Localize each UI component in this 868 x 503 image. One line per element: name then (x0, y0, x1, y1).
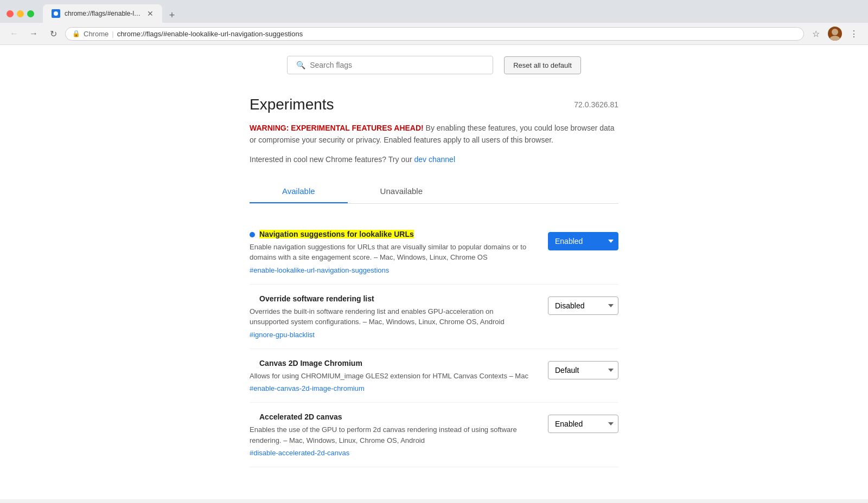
flag-anchor[interactable]: #enable-lookalike-url-navigation-suggest… (250, 266, 532, 274)
back-button[interactable]: ← (7, 26, 22, 41)
menu-button[interactable]: ⋮ (846, 26, 861, 41)
flag-anchor[interactable]: #disable-accelerated-2d-canvas (250, 449, 532, 457)
tab-favicon (52, 9, 60, 18)
flag-info: Override software rendering list Overrid… (250, 294, 532, 339)
flags-list: Navigation suggestions for lookalike URL… (250, 220, 618, 468)
version-number: 72.0.3626.81 (574, 100, 618, 109)
search-box: 🔍 (287, 56, 493, 74)
experiments-header: Experiments 72.0.3626.81 (250, 96, 618, 113)
address-url[interactable]: chrome://flags/#enable-lookalike-url-nav… (117, 30, 303, 38)
flag-description: Enables the use of the GPU to perform 2d… (250, 424, 532, 446)
reset-all-button[interactable]: Reset all to default (504, 56, 581, 74)
flag-select-software-rendering[interactable]: Default Enabled Disabled (548, 296, 618, 315)
tab-unavailable[interactable]: Unavailable (348, 180, 455, 203)
tab-close-button[interactable]: ✕ (147, 10, 154, 17)
experiments-title: Experiments (250, 96, 334, 113)
flag-info: Navigation suggestions for lookalike URL… (250, 230, 532, 274)
flag-select-lookalike[interactable]: Default Enabled Disabled (548, 232, 618, 250)
warning-text: WARNING: EXPERIMENTAL FEATURES AHEAD! By… (250, 122, 618, 146)
flag-description: Enable navigation suggestions for URLs t… (250, 242, 532, 263)
experiments-container: Experiments 72.0.3626.81 WARNING: EXPERI… (228, 85, 640, 489)
tab-available[interactable]: Available (250, 180, 348, 203)
minimize-button[interactable] (17, 10, 24, 17)
lock-icon: 🔒 (72, 30, 80, 37)
reload-button[interactable]: ↻ (46, 26, 61, 41)
address-separator: | (112, 30, 113, 38)
flag-select-accelerated-canvas[interactable]: Default Enabled Disabled (548, 415, 618, 433)
flag-title: Navigation suggestions for lookalike URL… (259, 230, 414, 238)
forward-button[interactable]: → (26, 26, 41, 41)
flag-control[interactable]: Default Enabled Disabled (548, 232, 618, 250)
nav-right-controls: ☆ ⋮ (808, 26, 861, 41)
flag-item: Navigation suggestions for lookalike URL… (250, 220, 618, 285)
flag-description: Allows for using CHROMIUM_image GLES2 ex… (250, 371, 532, 382)
tab-bar: chrome://flags/#enable-looka… ✕ + (43, 4, 180, 23)
flag-dot-indicator (250, 232, 255, 237)
search-area: 🔍 Reset all to default (0, 45, 868, 85)
svg-point-0 (54, 11, 58, 16)
active-tab[interactable]: chrome://flags/#enable-looka… ✕ (43, 4, 162, 23)
flag-item: Accelerated 2D canvas Enables the use of… (250, 403, 618, 467)
dev-channel-link[interactable]: dev channel (414, 155, 455, 164)
avatar[interactable] (828, 27, 842, 41)
flag-title: Canvas 2D Image Chromium (250, 359, 362, 367)
nav-bar: ← → ↻ 🔒 Chrome | chrome://flags/#enable-… (0, 23, 868, 45)
flag-control[interactable]: Default Enabled Disabled (548, 361, 618, 379)
maximize-button[interactable] (27, 10, 34, 17)
flag-control[interactable]: Default Enabled Disabled (548, 296, 618, 315)
tabs-container: Available Unavailable (250, 180, 618, 204)
title-bar: chrome://flags/#enable-looka… ✕ + (0, 0, 868, 23)
address-bar[interactable]: 🔒 Chrome | chrome://flags/#enable-lookal… (65, 27, 804, 41)
flag-anchor[interactable]: #enable-canvas-2d-image-chromium (250, 384, 532, 392)
svg-point-2 (829, 36, 840, 41)
bookmark-button[interactable]: ☆ (808, 26, 824, 41)
close-button[interactable] (7, 10, 14, 17)
flag-select-canvas-2d[interactable]: Default Enabled Disabled (548, 361, 618, 379)
dev-channel-text: Interested in cool new Chrome features? … (250, 155, 618, 164)
flag-control[interactable]: Default Enabled Disabled (548, 415, 618, 433)
tab-title: chrome://flags/#enable-looka… (65, 10, 143, 17)
new-tab-button[interactable]: + (164, 8, 180, 23)
flag-info: Canvas 2D Image Chromium Allows for usin… (250, 359, 532, 393)
flag-item: Override software rendering list Overrid… (250, 285, 618, 349)
warning-bold-text: WARNING: EXPERIMENTAL FEATURES AHEAD! (250, 124, 424, 132)
search-input[interactable] (310, 61, 484, 69)
flag-anchor[interactable]: #ignore-gpu-blacklist (250, 331, 532, 339)
chrome-label: Chrome (84, 30, 108, 38)
flag-title-row: Override software rendering list (250, 294, 532, 303)
window-controls (7, 10, 34, 17)
flag-info: Accelerated 2D canvas Enables the use of… (250, 412, 532, 457)
flag-title-row: Accelerated 2D canvas (250, 412, 532, 421)
browser-chrome: chrome://flags/#enable-looka… ✕ + ← → ↻ … (0, 0, 868, 45)
dev-channel-prefix: Interested in cool new Chrome features? … (250, 155, 414, 164)
search-icon: 🔍 (296, 61, 305, 69)
flag-title: Override software rendering list (250, 294, 374, 303)
svg-point-1 (832, 29, 838, 35)
page-content: 🔍 Reset all to default Experiments 72.0.… (0, 45, 868, 499)
flag-description: Overrides the built-in software renderin… (250, 306, 532, 327)
flag-item: Canvas 2D Image Chromium Allows for usin… (250, 349, 618, 403)
flag-title-row: Canvas 2D Image Chromium (250, 359, 532, 367)
flag-title-row: Navigation suggestions for lookalike URL… (250, 230, 532, 238)
flag-title: Accelerated 2D canvas (250, 412, 342, 421)
